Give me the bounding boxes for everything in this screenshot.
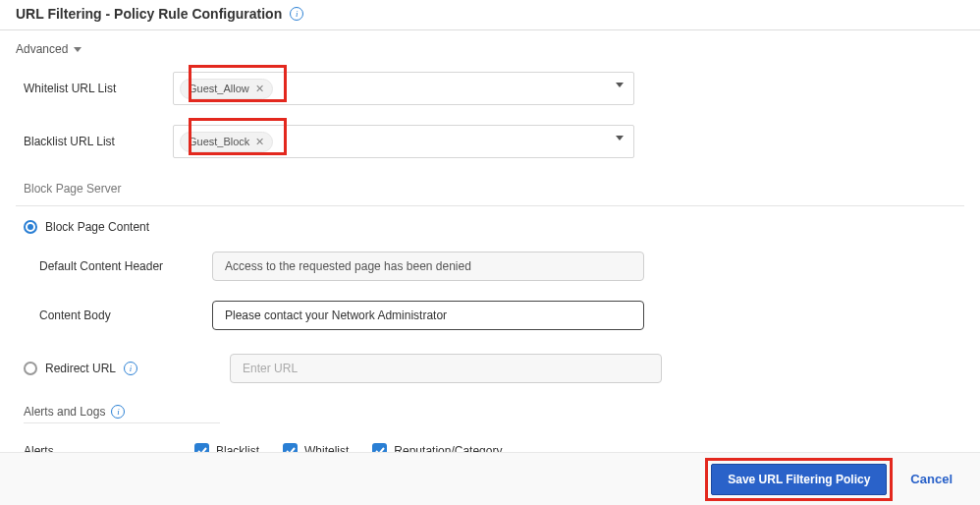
redirect-url-radio[interactable] xyxy=(24,362,37,375)
info-icon[interactable]: i xyxy=(290,7,303,21)
dropdown-caret-icon xyxy=(616,136,624,140)
content-body-input[interactable] xyxy=(212,301,644,330)
advanced-toggle[interactable]: Advanced xyxy=(16,42,82,56)
block-page-content-label: Block Page Content xyxy=(45,220,149,234)
block-page-server-label: Block Page Server xyxy=(16,168,964,205)
divider xyxy=(24,422,220,423)
default-header-label: Default Content Header xyxy=(16,259,212,273)
footer: Save URL Filtering Policy Cancel xyxy=(0,452,980,505)
info-icon[interactable]: i xyxy=(111,405,125,419)
cancel-button[interactable]: Cancel xyxy=(910,472,953,486)
blacklist-multiselect[interactable]: Guest_Block ✕ xyxy=(173,125,634,158)
chevron-down-icon xyxy=(74,47,82,52)
radio-dot-icon xyxy=(27,224,33,230)
chip-remove-icon[interactable]: ✕ xyxy=(255,83,264,95)
whitelist-chip: Guest_Allow ✕ xyxy=(180,79,273,99)
page-header: URL Filtering - Policy Rule Configuratio… xyxy=(0,0,980,30)
redirect-url-radio-row: Redirect URL i xyxy=(16,346,964,391)
content-body-row: Content Body xyxy=(16,291,964,340)
alerts-logs-label: Alerts and Logs xyxy=(24,405,105,419)
block-page-content-radio-row: Block Page Content xyxy=(16,212,964,242)
redirect-url-input[interactable] xyxy=(230,354,662,383)
divider xyxy=(16,205,964,206)
alerts-logs-header: Alerts and Logs i xyxy=(16,391,964,422)
redirect-url-label: Redirect URL xyxy=(45,362,116,375)
info-icon[interactable]: i xyxy=(124,362,137,375)
default-header-row: Default Content Header xyxy=(16,242,964,291)
page-title: URL Filtering - Policy Rule Configuratio… xyxy=(16,6,282,22)
advanced-label: Advanced xyxy=(16,42,68,56)
blacklist-label: Blacklist URL List xyxy=(16,135,173,148)
whitelist-row: Whitelist URL List Guest_Allow ✕ xyxy=(16,62,964,115)
whitelist-multiselect[interactable]: Guest_Allow ✕ xyxy=(173,72,634,105)
blacklist-row: Blacklist URL List Guest_Block ✕ xyxy=(16,115,964,168)
chip-remove-icon[interactable]: ✕ xyxy=(255,136,264,148)
blacklist-chip: Guest_Block ✕ xyxy=(180,132,273,152)
default-header-input[interactable] xyxy=(212,252,644,281)
whitelist-chip-label: Guest_Allow xyxy=(189,83,249,94)
block-page-content-radio[interactable] xyxy=(24,220,37,234)
save-button-wrap: Save URL Filtering Policy xyxy=(711,464,887,495)
whitelist-label: Whitelist URL List xyxy=(16,82,173,95)
dropdown-caret-icon xyxy=(616,83,624,87)
form-section: Advanced Whitelist URL List Guest_Allow … xyxy=(0,30,980,462)
blacklist-chip-label: Guest_Block xyxy=(189,136,249,147)
save-button[interactable]: Save URL Filtering Policy xyxy=(711,464,887,495)
content-body-label: Content Body xyxy=(16,309,212,322)
